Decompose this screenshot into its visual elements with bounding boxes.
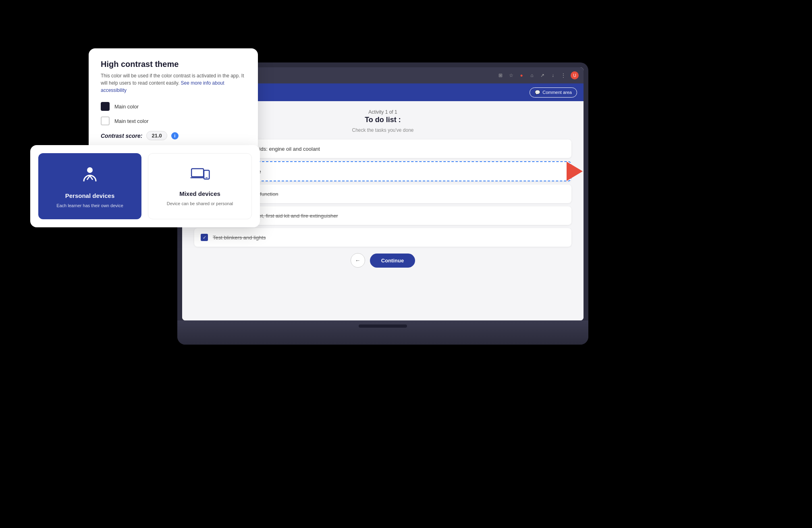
mixed-devices-desc: Device can be shared or personal — [167, 201, 233, 206]
main-color-label: Main color — [114, 104, 139, 110]
share-icon[interactable]: ↗ — [539, 72, 546, 79]
mixed-device-icon — [190, 166, 210, 186]
contrast-score-value: 21.0 — [146, 131, 167, 140]
comment-icon: 💬 — [535, 90, 540, 95]
checkbox-5[interactable]: ✓ — [201, 234, 208, 241]
back-button[interactable]: ← — [351, 253, 365, 268]
mixed-devices-name: Mixed devices — [179, 190, 220, 197]
info-icon[interactable]: i — [171, 132, 179, 139]
svg-point-0 — [87, 167, 93, 173]
personal-devices-option[interactable]: Personal devices Each learner has their … — [38, 153, 141, 219]
grid-icon[interactable]: ⊞ — [497, 72, 504, 79]
personal-devices-name: Personal devices — [65, 192, 115, 199]
browser-actions: ⊞ ☆ ● ⌂ ↗ ↓ ⋮ U — [497, 71, 579, 79]
contrast-score-row: Contrast score: 21.0 i — [101, 131, 246, 140]
more-icon[interactable]: ⋮ — [560, 72, 567, 79]
red-arrow-pointer — [567, 162, 583, 181]
personal-devices-desc: Each learner has their own device — [56, 203, 123, 208]
main-text-color-label: Main text color — [114, 118, 149, 124]
download-icon[interactable]: ↓ — [550, 72, 556, 79]
main-color-swatch[interactable] — [101, 102, 110, 111]
contrast-score-label: Contrast score: — [101, 133, 142, 139]
personal-device-icon — [80, 164, 100, 188]
comment-area-button[interactable]: 💬 Comment area — [530, 87, 577, 98]
record-icon: ● — [518, 72, 525, 79]
continue-button[interactable]: Continue — [370, 254, 415, 268]
main-color-option: Main color — [101, 102, 246, 111]
high-contrast-title: High contrast theme — [101, 60, 246, 69]
checklist-text-5: Test blinkers and lights — [213, 235, 266, 241]
laptop-base-notch — [359, 324, 407, 328]
comment-area-label: Comment area — [542, 90, 572, 95]
high-contrast-description: This color will be used if the color con… — [101, 72, 246, 94]
home-icon[interactable]: ⌂ — [529, 72, 535, 79]
main-text-color-option: Main text color — [101, 116, 246, 125]
checklist-item[interactable]: ✓ Test blinkers and lights — [194, 228, 571, 247]
user-avatar[interactable]: U — [571, 71, 579, 79]
devices-card: Personal devices Each learner has their … — [30, 145, 260, 227]
mixed-devices-option[interactable]: Mixed devices Device can be shared or pe… — [148, 153, 252, 219]
high-contrast-card: High contrast theme This color will be u… — [89, 48, 258, 152]
main-text-color-swatch[interactable] — [101, 116, 110, 125]
star-icon[interactable]: ☆ — [508, 72, 514, 79]
bottom-nav: ← Continue — [194, 253, 571, 271]
laptop-base — [177, 320, 588, 345]
svg-rect-3 — [191, 168, 204, 177]
